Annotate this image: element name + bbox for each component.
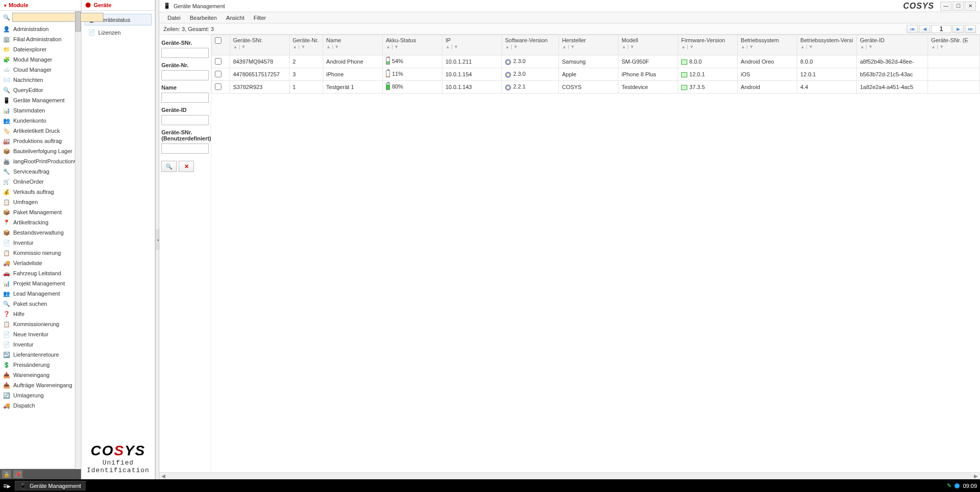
table-row[interactable]: 4478065175172573iPhone11%10.0.1.1542.3.0… xyxy=(212,68,980,81)
module-item[interactable]: 📊Projekt Management xyxy=(0,278,81,288)
filter-clear-button[interactable]: ✕ xyxy=(179,161,194,172)
module-item[interactable]: 📄Neue Inventur xyxy=(0,329,81,339)
filter-input[interactable] xyxy=(161,143,209,154)
select-all-checkbox[interactable] xyxy=(215,37,221,44)
module-search-input[interactable] xyxy=(12,13,103,22)
filter-input[interactable] xyxy=(161,48,209,58)
start-icon[interactable]: ≡▸ xyxy=(3,482,11,490)
column-header[interactable]: Geräte-Nr.▲ | ▼ xyxy=(289,35,323,55)
module-item[interactable]: 📋Kommissionierung xyxy=(0,319,81,329)
lock-icon[interactable]: 🔒 xyxy=(2,470,11,478)
row-checkbox[interactable] xyxy=(215,71,221,77)
module-item[interactable]: 📦Bestandsverwaltung xyxy=(0,227,81,238)
table-row[interactable]: 84397MQ945782Android Phone54%10.0.1.2112… xyxy=(212,55,980,68)
module-item[interactable]: 📥Wareneingang xyxy=(0,370,81,380)
filter-input[interactable] xyxy=(161,93,209,103)
module-item[interactable]: 🏭Produktions auftrag xyxy=(0,136,81,146)
module-item[interactable]: ✉️Nachrichten xyxy=(0,75,81,85)
column-header[interactable]: Geräte-ID▲ | ▼ xyxy=(857,35,928,55)
column-header[interactable] xyxy=(212,35,230,55)
pager-prev-button[interactable]: ◀ xyxy=(919,25,930,33)
module-item[interactable]: 📋Kommissio nierung xyxy=(0,248,81,258)
module-header[interactable]: Module xyxy=(0,0,81,11)
sort-icons[interactable]: ▲ | ▼ xyxy=(293,44,320,49)
module-item[interactable]: 📋Umfragen xyxy=(0,197,81,207)
pager-last-button[interactable]: ⏭ xyxy=(965,25,976,33)
module-item[interactable]: 📱Geräte Management xyxy=(0,95,81,105)
column-header[interactable]: Hersteller▲ | ▼ xyxy=(558,35,618,55)
module-item[interactable]: ☁️Cloud Manager xyxy=(0,65,81,75)
sort-icons[interactable]: ▲ | ▼ xyxy=(681,44,734,49)
module-item[interactable]: 🔧Serviceauftrag xyxy=(0,166,81,177)
module-item[interactable]: 📦Paket Management xyxy=(0,207,81,217)
sort-icons[interactable]: ▲ | ▼ xyxy=(445,44,498,49)
column-header[interactable]: Name▲ | ▼ xyxy=(323,35,382,55)
filter-input[interactable] xyxy=(161,115,209,125)
sort-icons[interactable]: ▲ | ▼ xyxy=(860,44,925,49)
menu-item[interactable]: Ansicht xyxy=(222,14,248,22)
maximize-button[interactable]: ☐ xyxy=(953,2,964,11)
sort-icons[interactable]: ▲ | ▼ xyxy=(505,44,555,49)
menu-item[interactable]: Bearbeiten xyxy=(186,14,221,22)
module-item[interactable]: 🔍Paket suchen xyxy=(0,299,81,309)
column-header[interactable]: IP▲ | ▼ xyxy=(442,35,501,55)
module-item[interactable]: 👥Kundenkonto xyxy=(0,115,81,126)
module-item[interactable]: 🚚Dispatch xyxy=(0,400,81,411)
module-item[interactable]: 💲Preisänderung xyxy=(0,360,81,370)
module-item[interactable]: ❓Hilfe xyxy=(0,309,81,319)
row-checkbox[interactable] xyxy=(215,58,221,65)
menu-item[interactable]: Filter xyxy=(249,14,270,22)
column-header[interactable]: Betriebssystem▲ | ▼ xyxy=(738,35,797,55)
panel-collapser[interactable]: ◂ xyxy=(155,0,159,479)
module-item[interactable]: 🔄Umlagerung xyxy=(0,390,81,400)
module-item[interactable]: 🧩Modul Manager xyxy=(0,54,81,65)
module-scrollbar[interactable] xyxy=(75,11,81,469)
module-item[interactable]: 👤Administration xyxy=(0,24,81,34)
column-header[interactable]: Akku-Status▲ | ▼ xyxy=(382,35,442,55)
sort-icons[interactable]: ▲ | ▼ xyxy=(233,44,286,49)
horizontal-scrollbar[interactable]: ◀▶ xyxy=(159,472,980,479)
table-row[interactable]: S3782R9231Testgerät 180%10.0.1.1432.2.1C… xyxy=(212,81,980,94)
sort-icons[interactable]: ▲ | ▼ xyxy=(326,44,379,49)
pager-page-input[interactable] xyxy=(931,25,951,33)
column-header[interactable]: Firmware-Version▲ | ▼ xyxy=(678,35,738,55)
module-item[interactable]: 🏷️Artikeletikett Druck xyxy=(0,126,81,136)
module-item[interactable]: 🔍QueryEditor xyxy=(0,85,81,95)
module-item[interactable]: 🛒OnlineOrder xyxy=(0,177,81,187)
module-item[interactable]: 📄Inventur xyxy=(0,238,81,248)
filter-search-button[interactable]: 🔍 xyxy=(161,161,177,172)
menu-item[interactable]: Datei xyxy=(163,14,185,22)
module-item[interactable]: 📊Stammdaten xyxy=(0,105,81,115)
sub-header[interactable]: Geräte xyxy=(81,0,155,11)
module-item[interactable]: 💰Verkaufs auftrag xyxy=(0,187,81,197)
close-button[interactable]: ✕ xyxy=(965,2,976,11)
module-item[interactable]: 📄Inventur xyxy=(0,339,81,350)
minimize-button[interactable]: — xyxy=(940,2,951,11)
module-item[interactable]: 🚗Fahrzeug Leitstand xyxy=(0,268,81,278)
sort-icons[interactable]: ▲ | ▼ xyxy=(931,44,976,49)
module-item[interactable]: 🖨️langRootPrintProductionO… xyxy=(0,156,81,166)
module-item[interactable]: 📁Dateiexplorer xyxy=(0,44,81,54)
column-header[interactable]: Geräte-SNr.▲ | ▼ xyxy=(230,35,289,55)
sort-icons[interactable]: ▲ | ▼ xyxy=(800,44,853,49)
column-header[interactable]: Software-Version▲ | ▼ xyxy=(501,35,558,55)
column-header[interactable]: Betriebssystem-Versi▲ | ▼ xyxy=(797,35,857,55)
pin-icon[interactable]: 📌 xyxy=(13,470,22,478)
sort-icons[interactable]: ▲ | ▼ xyxy=(386,44,439,49)
column-header[interactable]: Geräte-SNr. (E▲ | ▼ xyxy=(928,35,980,55)
filter-input[interactable] xyxy=(161,70,209,80)
pager-first-button[interactable]: ⏮ xyxy=(907,25,918,33)
module-item[interactable]: 📦Bauteilverfolgung Lager xyxy=(0,146,81,156)
sub-item[interactable]: 📄Lizenzen xyxy=(85,26,152,38)
module-item[interactable]: 🚚Verladeliste xyxy=(0,258,81,268)
sort-icons[interactable]: ▲ | ▼ xyxy=(622,44,675,49)
module-item[interactable]: 📥Aufträge Wareneingang xyxy=(0,380,81,390)
module-item[interactable]: ↩️Lieferantenretoure xyxy=(0,350,81,360)
sort-icons[interactable]: ▲ | ▼ xyxy=(741,44,794,49)
row-checkbox[interactable] xyxy=(215,83,221,90)
module-item[interactable]: 📍Artikeltracking xyxy=(0,217,81,227)
column-header[interactable]: Modell▲ | ▼ xyxy=(618,35,678,55)
taskbar-app[interactable]: 📱 Geräte Management xyxy=(15,481,86,490)
pager-next-button[interactable]: ▶ xyxy=(953,25,964,33)
module-item[interactable]: 👥Lead Management xyxy=(0,288,81,299)
